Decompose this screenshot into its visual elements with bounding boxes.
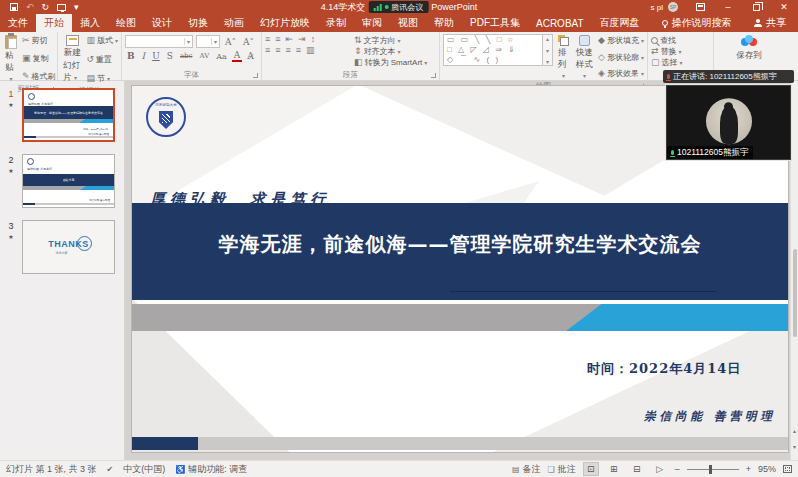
meeting-mini-bar[interactable]: 腾讯会议 [368,1,428,13]
notes-button[interactable]: ▤ 备注 [512,463,541,476]
tab-slideshow[interactable]: 幻灯片放映 [252,14,318,32]
tab-pdf-tools[interactable]: PDF工具集 [462,14,528,32]
tab-review[interactable]: 审阅 [354,14,390,32]
save-icon[interactable] [10,3,18,11]
font-name-combobox[interactable]: ▾ [125,35,193,48]
select-button[interactable]: ▢选择▾ [651,57,683,68]
zoom-level[interactable]: 95% [758,464,776,474]
decrease-indent-icon[interactable]: ⇤ [286,35,294,44]
character-spacing-button[interactable]: AV [198,52,212,60]
arrange-button[interactable]: 排列 ▾ [556,34,571,80]
tab-insert[interactable]: 插入 [72,14,108,32]
columns-icon[interactable]: ▥ [306,46,315,55]
justify-icon[interactable]: ≡ [296,46,301,55]
quick-styles-button[interactable]: 快速样式 ▾ [574,34,595,80]
comments-button[interactable]: ❑ 批注 [548,463,576,476]
align-left-icon[interactable]: ≡ [265,46,270,55]
shape-fill-button[interactable]: ◆形状填充▾ [598,35,644,46]
new-slide-button[interactable]: 新建 幻灯片 ▾ [61,34,83,85]
title-banner[interactable]: 学海无涯，前途似海——管理学院研究生学术交流会 [132,203,788,300]
strikethrough-button[interactable]: abc [178,52,195,60]
paste-button[interactable]: 粘贴 ▾ [3,34,19,83]
tab-baidu-netdisk[interactable]: 百度网盘 [592,14,648,32]
language-indicator[interactable]: 中文(中国) [123,463,165,476]
gallery-down-icon[interactable]: ▾ [546,47,549,54]
gallery-up-icon[interactable]: ▴ [546,35,549,42]
find-button[interactable]: 查找 [651,35,683,46]
slide-2-thumbnail[interactable]: 厚德弘毅 求是笃行 经验分享 崇信尚能 善营明理 [22,154,115,208]
animation-star-icon[interactable]: ★ [8,233,13,240]
grow-font-button[interactable]: A˄ [223,37,238,47]
slide-1-thumbnail[interactable]: 厚德弘毅 求是笃行 学海无涯，前途似海——管理学院研究生学术交流会 时间：202… [22,88,115,142]
account-avatar[interactable]: SP [668,2,678,12]
next-slide-button[interactable]: ▾ [793,444,796,450]
zoom-in-button[interactable]: + [746,464,751,474]
tell-me-search[interactable]: 操作说明搜索 [662,14,732,32]
align-text-button[interactable]: ⇕对齐文本▾ [354,46,427,57]
undo-icon[interactable]: ↶ [26,0,34,14]
numbering-icon[interactable]: ≡ [275,35,280,44]
section-button[interactable]: ▤节▾ [86,73,118,84]
restore-button[interactable] [742,0,770,14]
meeting-video-tile[interactable]: 1021112605熊振宇 [666,85,791,160]
qat-customize-icon[interactable]: ▾ [74,0,79,14]
replace-button[interactable]: ⇄替换▾ [651,46,683,57]
font-color-button[interactable]: A [232,50,243,62]
share-button[interactable]: 共享 [754,14,798,32]
cut-button[interactable]: ✂剪切 [22,35,56,46]
tab-file[interactable]: 文件 [0,14,36,32]
accessibility-checker[interactable]: ♿ 辅助功能: 调查 [175,463,247,476]
italic-button[interactable]: I [140,51,148,61]
slideshow-from-start-icon[interactable] [57,4,66,11]
redo-icon[interactable]: ↻ [42,0,50,14]
account-name[interactable]: s pl [651,3,663,12]
tab-transitions[interactable]: 切换 [180,14,216,32]
zoom-slider[interactable] [687,469,739,470]
dialog-launcher-icon[interactable] [431,73,436,78]
convert-smartart-button[interactable]: ◧转换为 SmartArt▾ [354,57,427,68]
shape-effects-button[interactable]: ◈形状效果▾ [598,68,644,79]
previous-slide-button[interactable]: ▴ [793,428,796,434]
tab-record[interactable]: 录制 [318,14,354,32]
slide-date[interactable]: 时间：2022年4月14日 [587,360,741,378]
zoom-slider-handle[interactable] [709,465,712,474]
tab-view[interactable]: 视图 [390,14,426,32]
animation-star-icon[interactable]: ★ [8,101,13,108]
save-to-netdisk-button[interactable]: 保存到 [734,34,764,69]
text-direction-button[interactable]: ⇅文字方向▾ [354,35,427,46]
increase-indent-icon[interactable]: ⇥ [298,35,306,44]
format-painter-button[interactable]: ✎格式刷 [22,71,56,82]
shapes-gallery[interactable]: ▭ ▭ ╲ ╲ □ ○ □ △ ◸ ◿ ⇒ ⇓ ◇ ⌒ ∿ ( ) [443,34,543,66]
vertical-scrollbar[interactable]: ▴ ▾ [790,81,798,460]
zoom-out-button[interactable]: – [675,464,680,474]
align-center-icon[interactable]: ≡ [275,46,280,55]
animation-star-icon[interactable]: ★ [8,167,13,174]
font-size-combobox[interactable]: ▾ [196,35,220,48]
close-button[interactable]: ✕ [770,0,798,14]
fit-to-window-icon[interactable] [783,465,792,473]
scrollbar-handle[interactable] [793,249,797,337]
layout-button[interactable]: ▥版式▾ [86,35,118,46]
slide-sorter-view-button[interactable]: ⊞ [606,462,622,476]
tab-animations[interactable]: 动画 [216,14,252,32]
meeting-speaking-banner[interactable]: 正在讲话: 1021112605熊振宇 [663,70,794,83]
shape-outline-button[interactable]: ◇形状轮廓▾ [598,52,644,63]
ribbon-display-options-button[interactable] [686,0,714,14]
copy-button[interactable]: ▣复制 [22,53,56,64]
clear-formatting-button[interactable]: A̷ [245,51,256,61]
minimize-button[interactable]: – [714,0,742,14]
bold-button[interactable]: B [125,51,137,61]
reading-view-button[interactable]: ⊟ [629,462,645,476]
tab-draw[interactable]: 绘图 [108,14,144,32]
tab-design[interactable]: 设计 [144,14,180,32]
tab-home[interactable]: 开始 [36,14,72,32]
align-right-icon[interactable]: ≡ [286,46,291,55]
normal-view-button[interactable]: ⊡ [583,462,599,476]
text-shadow-button[interactable]: S [165,51,175,61]
tab-acrobat[interactable]: ACROBAT [528,14,592,32]
slide-3-thumbnail[interactable]: THANKS 谢谢大家 [22,220,115,274]
reset-button[interactable]: ↺重置 [86,54,118,65]
bullets-icon[interactable]: ≡ [265,35,270,44]
line-spacing-icon[interactable]: ↕ [311,35,316,44]
change-case-button[interactable]: Aa [214,52,229,61]
